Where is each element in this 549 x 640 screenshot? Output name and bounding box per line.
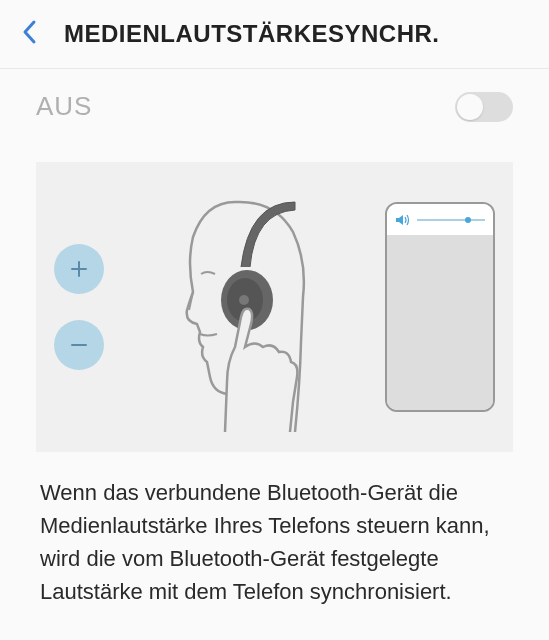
phone-illustration <box>385 202 495 412</box>
toggle-row: AUS <box>0 69 549 144</box>
plus-button-illustration <box>54 244 104 294</box>
volume-controls-illustration <box>54 244 104 370</box>
minus-button-illustration <box>54 320 104 370</box>
back-icon[interactable] <box>20 18 38 50</box>
phone-screen-body <box>387 236 493 410</box>
header-bar: MEDIENLAUTSTÄRKESYNCHR. <box>0 0 549 69</box>
speaker-icon <box>395 213 411 227</box>
person-headphone-illustration <box>104 182 385 432</box>
description-text: Wenn das verbundene Bluetooth-Gerät die … <box>0 452 549 608</box>
media-volume-sync-toggle[interactable] <box>455 92 513 122</box>
page-title: MEDIENLAUTSTÄRKESYNCHR. <box>64 20 440 48</box>
illustration <box>36 162 513 452</box>
toggle-thumb <box>457 94 483 120</box>
phone-volume-bar <box>387 204 493 236</box>
phone-volume-slider <box>417 219 485 221</box>
phone-volume-thumb <box>465 217 471 223</box>
svg-point-2 <box>239 295 249 305</box>
toggle-label: AUS <box>36 91 92 122</box>
